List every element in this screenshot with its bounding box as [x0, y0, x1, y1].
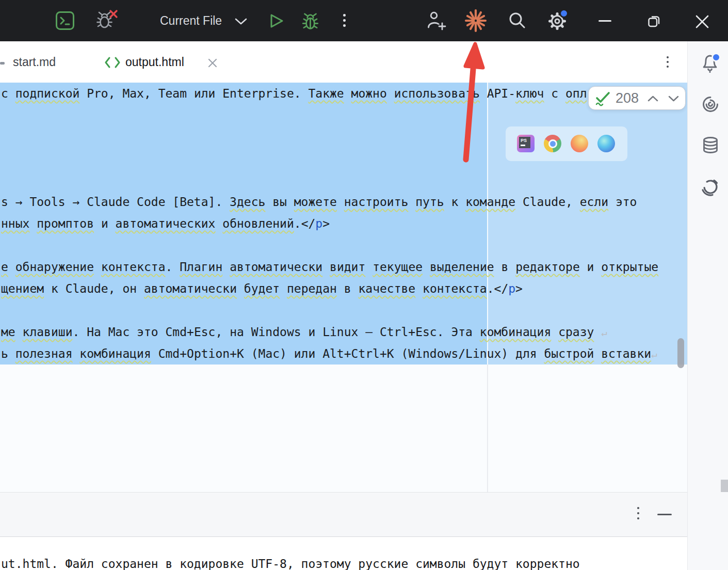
chevron-up-icon[interactable]	[648, 96, 658, 102]
typo-word: выделение	[430, 260, 494, 274]
typo-word: опл	[565, 87, 587, 100]
text-token: Pro, Max, Team или Enterprise.	[79, 87, 308, 100]
chevron-down-icon[interactable]	[668, 96, 679, 102]
phpstorm-icon[interactable]: PS	[517, 135, 535, 152]
text-token: >	[515, 282, 523, 295]
text-token	[280, 282, 287, 295]
typo-word: можно	[351, 87, 387, 100]
run-config-selector[interactable]: Current File	[160, 0, 222, 41]
tab-options-kebab-icon[interactable]	[667, 56, 669, 69]
typo-word: автоматических	[116, 217, 216, 230]
browser-preview-popup: PS	[506, 126, 627, 161]
html-tag-token: p	[315, 217, 322, 230]
typo-word: команде	[465, 195, 515, 209]
panel-hide-icon[interactable]	[657, 514, 672, 515]
claude-starburst-icon[interactable]	[464, 9, 488, 33]
settings-gear-icon[interactable]	[546, 9, 569, 33]
typo-word: Плагин	[180, 260, 222, 274]
typo-word: текущее	[373, 260, 423, 274]
editor-line: нных промптов и автоматических обновлени…	[1, 213, 330, 234]
text-token: Claude,	[515, 195, 580, 209]
terminal-icon[interactable]	[55, 11, 75, 30]
text-token: с	[1, 87, 15, 100]
ai-assistant-swirl-icon[interactable]	[700, 94, 721, 115]
debug-icon[interactable]	[300, 10, 321, 31]
run-dropdown-chevron-icon[interactable]	[234, 17, 248, 26]
edge-icon[interactable]	[597, 135, 615, 152]
settings-notification-dot	[560, 10, 568, 18]
editor-background	[0, 365, 687, 492]
typo-word: быстрой	[544, 347, 594, 360]
editor-area[interactable]: с подпиской Pro, Max, Team или Enterpris…	[0, 83, 687, 492]
claude-tool-ring-icon[interactable]	[699, 177, 721, 198]
run-icon[interactable]	[268, 13, 285, 29]
soft-wrap-marker: ↵	[651, 349, 657, 360]
spellcheck-ok-icon	[595, 91, 611, 106]
close-tab-icon[interactable]	[207, 57, 218, 69]
typo-word: качестве	[358, 282, 415, 295]
editor-line: ь полезная комбинация Cmd+Option+K (Mac)…	[1, 343, 657, 365]
editor-scrollbar-thumb[interactable]	[677, 338, 684, 368]
notifications-bell-icon[interactable]	[699, 52, 721, 74]
typo-word: автоматически	[144, 282, 237, 295]
tab-output-html-label: output.html	[125, 41, 184, 83]
typo-word: передан	[287, 282, 337, 295]
bell-notification-dot	[713, 54, 720, 61]
text-token	[408, 195, 415, 209]
problems-match-widget[interactable]: 208	[588, 86, 686, 110]
stripe-scrollbar-thumb[interactable]	[721, 480, 728, 492]
minimize-icon[interactable]	[598, 20, 611, 22]
add-user-icon[interactable]	[426, 10, 448, 31]
text-token: >	[322, 217, 330, 230]
typo-word: подпиской	[15, 87, 80, 100]
tab-start-md[interactable]: start.md	[13, 41, 56, 83]
tab-output-html[interactable]: output.html	[103, 41, 230, 83]
typo-word: можете	[294, 195, 337, 209]
text-token	[222, 260, 230, 274]
firefox-icon[interactable]	[571, 135, 588, 152]
match-count: 208	[616, 87, 639, 109]
html-tag-token: p	[508, 282, 515, 295]
typo-word: нных	[1, 217, 29, 230]
typo-word: комбинация	[480, 325, 551, 339]
text-token	[337, 195, 344, 209]
panel-options-kebab-icon[interactable]	[637, 507, 639, 520]
typo-word: клавиши	[23, 325, 73, 339]
bottom-output-text: ut.html. Файл сохранен в кодировке UTF-8…	[1, 553, 580, 570]
typo-word: контекста	[423, 282, 487, 295]
text-token: ut.html. Файл сохранен в кодировке UTF-8…	[1, 557, 580, 570]
typo-word: Здесь	[230, 195, 265, 209]
typo-word: вставки	[601, 347, 651, 360]
typo-word: е	[1, 260, 8, 274]
text-token	[365, 260, 373, 274]
typo-word: щением	[1, 282, 44, 295]
typo-word: будет	[244, 282, 280, 295]
typo-word: видит	[330, 260, 365, 274]
search-icon[interactable]	[508, 11, 527, 30]
text-token	[594, 347, 601, 360]
soft-wrap-marker: ↵	[601, 327, 607, 338]
mute-debug-bug-icon[interactable]	[95, 9, 119, 33]
text-token	[551, 325, 558, 339]
editor-line: ме клавиши. На Mac это Cmd+Esc, на Windo…	[1, 321, 607, 343]
typo-word: редакторе	[515, 260, 580, 274]
text-token: и	[94, 217, 116, 230]
text-token	[322, 260, 330, 274]
text-token	[29, 217, 37, 230]
text-token: .	[166, 260, 180, 274]
hard-wrap-guide	[487, 365, 488, 492]
text-token	[237, 282, 244, 295]
chrome-icon[interactable]	[544, 135, 561, 152]
editor-line: s → Tools → Claude Code [Beta]. Здесь вы…	[1, 191, 637, 213]
text-token: Cmd+Option+K (Mac) или Alt+Ctrl+K (Windo…	[151, 347, 544, 360]
restore-icon[interactable]	[647, 14, 661, 28]
typo-word: открытые	[601, 260, 658, 274]
text-token: и	[580, 260, 602, 274]
database-icon[interactable]	[700, 135, 721, 156]
text-token	[415, 282, 423, 295]
text-token: это	[608, 195, 637, 209]
more-kebab-icon[interactable]	[343, 14, 346, 28]
typo-word: комбинация	[79, 347, 151, 360]
close-icon[interactable]	[694, 14, 710, 29]
bottom-output-area: ut.html. Файл сохранен в кодировке UTF-8…	[0, 537, 687, 570]
